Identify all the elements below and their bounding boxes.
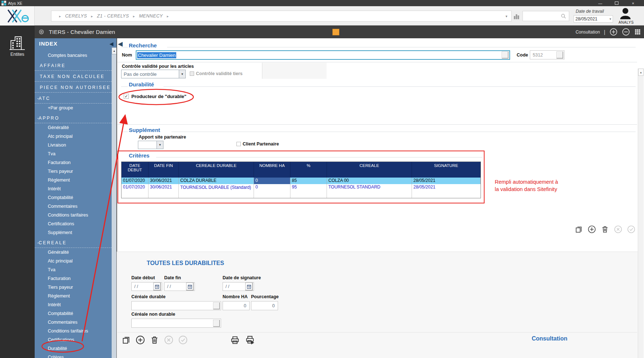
breadcrumb-item-mennecy[interactable]: MENNECY bbox=[139, 13, 163, 19]
lookup-button[interactable] bbox=[213, 302, 220, 310]
cell-pct[interactable]: 95 bbox=[290, 184, 327, 198]
delete-row-button[interactable] bbox=[601, 225, 609, 234]
sidebar-item-crite-res[interactable]: Critères bbox=[35, 353, 112, 358]
sidebar-item-appro[interactable]: -APPRO bbox=[35, 112, 112, 123]
grid-menu-icon[interactable] bbox=[634, 28, 641, 35]
add-record-button[interactable] bbox=[135, 335, 145, 345]
cell-signature[interactable]: 28/05/2021 bbox=[412, 178, 481, 184]
sidebar-item-re-glement[interactable]: Règlement bbox=[35, 292, 112, 300]
delete-record-button[interactable] bbox=[150, 335, 159, 345]
sidebar-item-par-groupe[interactable]: +Par groupe bbox=[35, 104, 112, 112]
sidebar-item-cereale[interactable]: -CEREALE bbox=[35, 237, 112, 248]
controle-tiers-checkbox[interactable] bbox=[190, 71, 194, 76]
pourcentage-field[interactable]: 0 bbox=[251, 301, 278, 310]
sidebar-item-facturation[interactable]: Facturation bbox=[35, 274, 112, 283]
cell-date-debut[interactable]: 01/07/2020 bbox=[122, 178, 149, 184]
index-scrollbar[interactable]: ▲ bbox=[112, 47, 117, 358]
date-fin-field[interactable]: / / bbox=[164, 282, 195, 291]
sidebar-item-certifications[interactable]: Certifications bbox=[35, 219, 112, 228]
sidebar-item-tva[interactable]: Tva bbox=[35, 149, 112, 158]
sidebar-item-durabilite[interactable]: Durabilité bbox=[35, 344, 112, 353]
cereale-durable-field[interactable] bbox=[131, 301, 221, 310]
cell-nombre-ha-selected[interactable]: 0 bbox=[254, 178, 290, 184]
sidebar-item-conditions-tarifaires[interactable]: Conditions tarifaires bbox=[35, 211, 112, 219]
sidebar-item-commentaires[interactable]: Commentaires bbox=[35, 202, 112, 211]
sidebar-item-ge-ne-ralite[interactable]: Généralité bbox=[35, 123, 112, 132]
cell-nombre-ha[interactable]: 0 bbox=[254, 184, 290, 198]
sidebar-item-atc-principal[interactable]: Atc principal bbox=[35, 132, 112, 141]
table-row[interactable]: 01/07/2020 30/06/2021 TOURNESOL DURABLE … bbox=[122, 184, 481, 198]
sidebar-item-tiers-payeur[interactable]: Tiers payeur bbox=[35, 283, 112, 292]
main-collapse-icon[interactable]: ◀ bbox=[118, 40, 123, 48]
scroll-up-icon[interactable]: ▲ bbox=[112, 47, 117, 54]
sidebar-item-commentaires[interactable]: Commentaires bbox=[35, 318, 112, 327]
calendar-icon[interactable] bbox=[186, 283, 194, 291]
sidebar-item-ge-ne-ralite[interactable]: Généralité bbox=[35, 248, 112, 257]
sidebar-item-livraison[interactable]: Livraison bbox=[35, 141, 112, 149]
cell-cereale-durable[interactable]: TOURNESOL DURABLE (Standard) bbox=[179, 184, 254, 198]
nombre-ha-field[interactable]: 0 bbox=[223, 301, 250, 310]
sidebar-item-inte-re-t[interactable]: Intérêt bbox=[35, 184, 112, 193]
apport-site-select[interactable]: ▼ bbox=[138, 141, 163, 149]
sidebar-item-comptabilite[interactable]: Comptabilité bbox=[35, 193, 112, 202]
producteur-durable-checkbox[interactable]: ✓ bbox=[124, 94, 129, 99]
date-travail-select[interactable]: 28/05/2021 ▾ bbox=[574, 15, 613, 23]
date-debut-field[interactable]: / / bbox=[131, 282, 162, 291]
cell-signature[interactable]: 28/05/2021 bbox=[412, 184, 481, 198]
add-row-button[interactable] bbox=[587, 225, 596, 234]
sidebar-item-affaire[interactable]: AFFAIRE bbox=[35, 60, 112, 71]
close-button[interactable]: × bbox=[628, 1, 639, 5]
cell-date-fin[interactable]: 30/06/2021 bbox=[149, 184, 179, 198]
sidebar-item-atc-principal[interactable]: Atc principal bbox=[35, 257, 112, 265]
duplicate-button[interactable] bbox=[574, 225, 583, 234]
maximize-button[interactable] bbox=[611, 1, 622, 5]
client-partenaire-checkbox[interactable] bbox=[236, 142, 241, 146]
calendar-icon[interactable] bbox=[245, 283, 253, 291]
breadcrumb[interactable]: ▸ CERELYS ▸ Z1 - CERELYS ▸ MENNECY ▸ ▾ bbox=[51, 11, 512, 22]
cell-date-debut[interactable]: 01/07/2020 bbox=[122, 184, 149, 198]
breadcrumb-item-z1-cerelys[interactable]: Z1 - CERELYS bbox=[97, 13, 129, 19]
search-icon[interactable] bbox=[560, 13, 567, 19]
print-preview-button[interactable] bbox=[244, 335, 255, 345]
sidebar-item-supple-ment[interactable]: Supplément bbox=[35, 228, 112, 237]
breadcrumb-item-cerelys[interactable]: CERELYS bbox=[65, 13, 87, 19]
table-row-selected[interactable]: 01/07/2020 30/06/2021 COLZA DURABLE 0 85… bbox=[122, 178, 481, 184]
sidebar-item-facturation[interactable]: Facturation bbox=[35, 158, 112, 167]
sidebar-item-atc[interactable]: -ATC bbox=[35, 93, 112, 104]
sidebar-item-conditions-tarifaires[interactable]: Conditions tarifaires bbox=[35, 327, 112, 335]
content-scrollbar[interactable]: ▲ bbox=[638, 69, 644, 358]
calendar-icon[interactable] bbox=[153, 283, 161, 291]
sidebar-item-tva[interactable]: Tva bbox=[35, 265, 112, 274]
sidebar-item-certifications[interactable]: Certifications bbox=[35, 335, 112, 344]
code-field[interactable]: 5312 bbox=[530, 50, 564, 59]
sidebar-item-re-glement[interactable]: Règlement bbox=[35, 176, 112, 184]
rail-item-entites[interactable]: Entites bbox=[0, 52, 35, 57]
nom-field[interactable]: Chevalier Damien bbox=[136, 50, 510, 60]
lookup-button[interactable] bbox=[213, 320, 220, 327]
remove-button[interactable] bbox=[622, 28, 630, 36]
nom-lookup-button[interactable] bbox=[502, 51, 509, 59]
duplicate-record-button[interactable] bbox=[121, 335, 131, 345]
entity-building-icon[interactable] bbox=[513, 13, 520, 20]
panel-collapse-icon[interactable]: ◀ bbox=[109, 41, 113, 47]
cereale-non-durable-field[interactable] bbox=[131, 319, 221, 328]
cell-pct[interactable]: 85 bbox=[290, 178, 327, 184]
entites-icon[interactable] bbox=[9, 35, 26, 50]
add-button[interactable] bbox=[609, 28, 618, 36]
cell-cereale[interactable]: TOURNESOL STANDARD bbox=[327, 184, 412, 198]
search-input[interactable] bbox=[523, 11, 560, 21]
sidebar-item-comptes-bancaires[interactable]: Comptes bancaires bbox=[35, 51, 112, 60]
sidebar-item-piece-non-autorisee[interactable]: PIECE NON AUTORISEE bbox=[35, 82, 112, 93]
cell-cereale-durable[interactable]: COLZA DURABLE bbox=[179, 178, 254, 184]
cell-date-fin[interactable]: 30/06/2021 bbox=[149, 178, 179, 184]
print-button[interactable] bbox=[230, 335, 240, 345]
date-signature-field[interactable]: / / bbox=[223, 282, 254, 291]
sidebar-item-taxe-non-calculee[interactable]: TAXE NON CALCULEE bbox=[35, 71, 112, 82]
controle-validite-select[interactable]: Pas de contrôle ▼ bbox=[121, 70, 186, 78]
minimize-button[interactable]: — bbox=[595, 1, 606, 5]
user-avatar[interactable] bbox=[618, 7, 634, 20]
cell-cereale[interactable]: COLZA 00 bbox=[327, 178, 412, 184]
sidebar-item-comptabilite[interactable]: Comptabilité bbox=[35, 309, 112, 318]
sidebar-item-inte-re-t[interactable]: Intérêt bbox=[35, 300, 112, 309]
sidebar-item-tiers-payeur[interactable]: Tiers payeur bbox=[35, 167, 112, 176]
